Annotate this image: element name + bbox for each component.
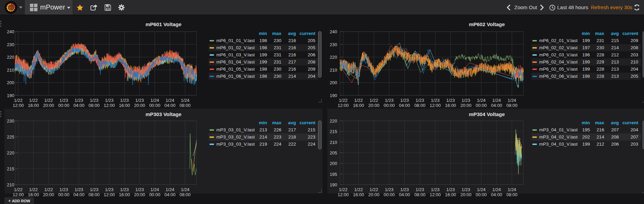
y-axis-tick: 210 [1, 67, 14, 72]
panel-resize-handle-part[interactable] [642, 102, 643, 103]
x-axis-tick-part: 04:00 [164, 192, 176, 197]
legend-row[interactable]: mP3_03_02_V.last214223218223 [209, 133, 318, 141]
add-row-button-part[interactable]: ADD ROW [12, 199, 30, 203]
panel-mp304-voltage: mP304 Voltage2202152102052001951901/2212… [327, 109, 644, 193]
legend-value-current: 205 [293, 37, 315, 44]
legend-row[interactable]: mP3_04_01_V.last195216207204 [531, 126, 641, 133]
legend-scrollbar[interactable] [643, 31, 644, 78]
legend-row[interactable]: mP6_02_03_V.last196228212203 [531, 51, 641, 58]
legend-scrollbar[interactable] [318, 120, 321, 149]
legend-row[interactable]: mP6_02_01_V.last199231215209 [531, 37, 641, 44]
graph-canvas [15, 32, 197, 95]
series-color-icon[interactable] [210, 40, 214, 41]
panel-resize-handle-part[interactable] [321, 192, 322, 193]
legend-header-current[interactable]: current [293, 30, 315, 37]
panel-resize-handle[interactable] [319, 190, 322, 193]
series-color-icon[interactable] [532, 129, 537, 131]
series-color-icon[interactable] [210, 61, 214, 63]
row-menu-handle[interactable] [0, 111, 2, 117]
panel-resize-handle[interactable] [643, 190, 644, 193]
series-color-icon[interactable] [532, 144, 537, 145]
x-axis-tick-part: 1/24 [150, 187, 159, 192]
legend-row[interactable]: mP6_01_04_V.last199231217208 [209, 58, 318, 66]
panel-resize-handle-part[interactable] [321, 102, 322, 103]
legend-row[interactable]: mP6_02_02_V.last197230214208 [531, 44, 641, 51]
panel-resize-handle-part[interactable] [318, 192, 319, 193]
panel-resize-handle-part[interactable] [320, 102, 320, 103]
series-color-icon[interactable] [210, 47, 214, 49]
panel-title[interactable]: mP303 Voltage [4, 111, 323, 117]
graph-plot[interactable]: 2402302202102001901/2212:001/2216:001/22… [340, 32, 524, 95]
legend-scrollbar[interactable] [318, 31, 321, 78]
legend-row[interactable]: mP3_04_02_V.last202214208207 [531, 133, 641, 141]
graph-plot[interactable]: 2302252202152101/2212:001/2216:001/2220:… [15, 121, 197, 185]
legend-row[interactable]: mP6_02_06_V.last198228213205 [531, 73, 641, 80]
legend-row[interactable]: mP3_04_03_V.last199212206203 [531, 141, 641, 148]
legend-row[interactable]: mP6_01_06_V.last198230214204 [209, 73, 318, 80]
panel-resize-handle-part[interactable] [321, 191, 322, 191]
row-menu-handle-part[interactable] [0, 111, 1, 112]
x-axis-tick-part: 20:00 [368, 103, 380, 108]
panel-resize-handle-part[interactable] [321, 100, 322, 101]
graph-plot[interactable]: 2202152102052001951901/2212:001/2216:001… [340, 121, 524, 185]
legend-row[interactable]: mP6_01_02_V.last198231216205 [209, 44, 318, 51]
legend-row[interactable]: mP6_01_01_V.last198230216205 [209, 37, 318, 44]
row-menu-handle-part[interactable] [0, 113, 1, 115]
x-axis-tick-part: 08:00 [414, 103, 426, 108]
row-menu-handle[interactable] [0, 21, 2, 27]
panel-resize-handle[interactable] [643, 99, 644, 103]
series-color-icon[interactable] [532, 76, 537, 77]
legend-row[interactable]: mP3_03_01_V.last213226217215 [209, 126, 318, 133]
series-color-icon[interactable] [210, 54, 214, 56]
panel-resize-handle-part[interactable] [318, 102, 319, 103]
row-menu-handle-part[interactable] [0, 21, 1, 22]
panel-title[interactable]: mP601 Voltage [4, 21, 323, 27]
series-color-icon[interactable] [532, 47, 537, 49]
series-color-icon[interactable] [532, 40, 537, 41]
series-color-icon[interactable] [210, 69, 214, 70]
series-color-icon[interactable] [532, 69, 537, 70]
series-color-icon[interactable] [532, 61, 537, 63]
row-menu-handle-part[interactable] [0, 23, 1, 24]
x-axis-tick-part: 1/23 [385, 187, 393, 192]
x-axis-tick-part: 1/23 [446, 98, 455, 103]
panel-title[interactable]: mP304 Voltage [327, 111, 644, 117]
x-axis-tick: 1/2300:00 [55, 185, 72, 197]
series-color-icon[interactable] [210, 76, 214, 77]
legend-header-current[interactable]: current [293, 119, 315, 126]
x-axis-tick-part: 1/23 [135, 98, 144, 103]
legend-row[interactable]: mP3_03_03_V.last219224222224 [209, 141, 318, 148]
legend-row[interactable]: mP6_02_04_V.last199229213210 [531, 58, 641, 66]
panel-resize-handle-part[interactable] [642, 192, 643, 193]
legend-scrollbar[interactable] [643, 120, 644, 149]
series-color-icon[interactable] [532, 54, 537, 56]
series-color-icon[interactable] [210, 144, 214, 145]
series-color-icon[interactable] [532, 136, 537, 138]
x-axis-tick-part: 12:00 [430, 103, 441, 108]
panel-title[interactable]: mP602 Voltage [327, 21, 644, 27]
x-axis-tick: 1/2408:00 [504, 95, 520, 108]
panel-resize-handle-part[interactable] [321, 99, 322, 100]
legend-row[interactable]: mP6_01_05_V.last198230216209 [209, 66, 318, 73]
x-axis-tick-part: 04:00 [164, 103, 176, 108]
series-color-icon[interactable] [210, 136, 214, 138]
legend-value-current: 206 [293, 51, 315, 58]
panel-resize-handle-part[interactable] [320, 192, 320, 193]
graph-plot[interactable]: 2402302202102001901/2212:001/2216:001/22… [15, 32, 197, 95]
series-color-icon[interactable] [210, 129, 214, 131]
legend-row[interactable]: mP6_02_05_V.last199228213204 [531, 66, 641, 73]
panel-resize-handle[interactable] [319, 99, 322, 103]
legend-header-current[interactable]: current [616, 119, 638, 126]
legend-header-current[interactable]: current [616, 30, 638, 37]
x-axis-tick-part: 00:00 [58, 103, 69, 108]
legend-table: minmaxavgcurrentmP6_01_01_V.last19823021… [209, 30, 318, 80]
x-axis-tick: 1/2220:00 [40, 95, 57, 108]
y-axis-tick: 200 [324, 80, 337, 85]
legend-row[interactable]: mP6_01_03_V.last199231216206 [209, 51, 318, 58]
row-menu-handle-part[interactable] [0, 116, 1, 117]
row-menu-handle-part[interactable] [0, 25, 1, 27]
add-row-button[interactable]: +ADD ROW [4, 197, 34, 204]
graph-canvas [340, 32, 524, 95]
x-axis-tick-part: 16:00 [353, 192, 364, 197]
panel-resize-handle-part[interactable] [321, 189, 322, 190]
